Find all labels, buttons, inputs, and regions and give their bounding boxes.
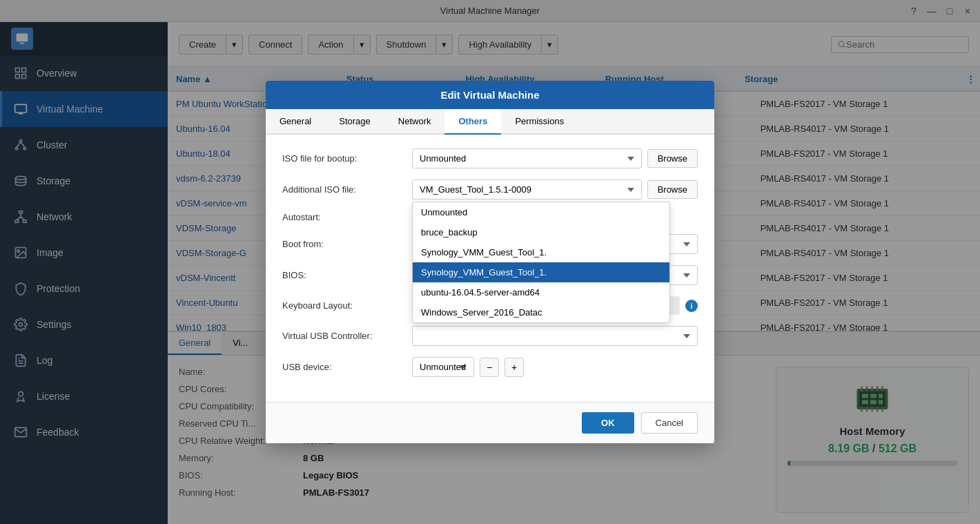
dropdown-item-ubuntu[interactable]: ubuntu-16.04.5-server-amd64: [413, 282, 669, 302]
iso-bootup-select[interactable]: Unmounted: [412, 148, 642, 168]
iso-dropdown-list: Unmounted bruce_backup Synology_VMM_Gues…: [412, 202, 670, 323]
modal-footer: OK Cancel: [266, 402, 714, 443]
usb-device-label: USB device:: [282, 362, 406, 372]
app-container: Virtual Machine Manager ? — □ × Overview: [0, 0, 980, 524]
dropdown-item-windows[interactable]: Windows_Server_2016_Datac: [413, 302, 669, 322]
form-row-virtual-usb: Virtual USB Controller:: [282, 326, 698, 346]
modal-tab-permissions[interactable]: Permissions: [501, 109, 578, 135]
ok-button[interactable]: OK: [582, 412, 634, 434]
modal-header: Edit Virtual Machine: [266, 81, 714, 109]
iso-additional-browse-button[interactable]: Browse: [647, 180, 698, 199]
virtual-usb-control: [412, 326, 698, 346]
keyboard-info-icon[interactable]: i: [685, 300, 698, 312]
iso-additional-control: VM_Guest_Tool_1.5.1-0009 Browse Unmounte…: [412, 179, 698, 200]
iso-bootup-browse-button[interactable]: Browse: [647, 149, 698, 168]
dropdown-item-synology-1[interactable]: Synology_VMM_Guest_Tool_1.: [413, 242, 669, 262]
iso-additional-label: Additional ISO file:: [282, 184, 406, 195]
edit-vm-modal: Edit Virtual Machine General Storage Net…: [266, 81, 714, 443]
dropdown-item-unmounted[interactable]: Unmounted: [413, 202, 669, 222]
usb-row: Unmounted − +: [412, 357, 524, 377]
iso-bootup-label: ISO file for bootup:: [282, 153, 406, 164]
autostart-label: Autostart:: [282, 212, 406, 222]
usb-device-select[interactable]: Unmounted: [412, 357, 474, 377]
usb-add-button[interactable]: +: [504, 358, 524, 377]
modal-tab-storage[interactable]: Storage: [325, 109, 384, 135]
iso-additional-select[interactable]: VM_Guest_Tool_1.5.1-0009: [412, 179, 642, 200]
dropdown-item-synology-2[interactable]: Synology_VMM_Guest_Tool_1. Synology_VMM_…: [413, 262, 669, 282]
virtual-usb-label: Virtual USB Controller:: [282, 331, 406, 341]
boot-label: Boot from:: [282, 239, 406, 249]
modal-tab-network[interactable]: Network: [384, 109, 445, 135]
usb-remove-button[interactable]: −: [480, 358, 499, 377]
usb-device-control: Unmounted − +: [412, 357, 698, 377]
bios-label: BIOS:: [282, 270, 406, 280]
modal-overlay: Edit Virtual Machine General Storage Net…: [0, 0, 980, 524]
cancel-button[interactable]: Cancel: [641, 412, 698, 434]
form-row-iso-additional: Additional ISO file: VM_Guest_Tool_1.5.1…: [282, 179, 698, 200]
modal-body: ISO file for bootup: Unmounted Browse Ad…: [266, 135, 714, 402]
modal-tab-general[interactable]: General: [266, 109, 325, 135]
keyboard-label: Keyboard Layout:: [282, 300, 406, 311]
modal-tab-others[interactable]: Others: [444, 109, 501, 135]
form-row-iso-bootup: ISO file for bootup: Unmounted Browse: [282, 148, 698, 168]
form-row-usb-device: USB device: Unmounted − +: [282, 357, 698, 377]
virtual-usb-select[interactable]: [412, 326, 698, 346]
iso-bootup-control: Unmounted Browse: [412, 148, 698, 168]
dropdown-item-bruce[interactable]: bruce_backup: [413, 222, 669, 242]
modal-tabs: General Storage Network Others Permissio…: [266, 109, 714, 135]
